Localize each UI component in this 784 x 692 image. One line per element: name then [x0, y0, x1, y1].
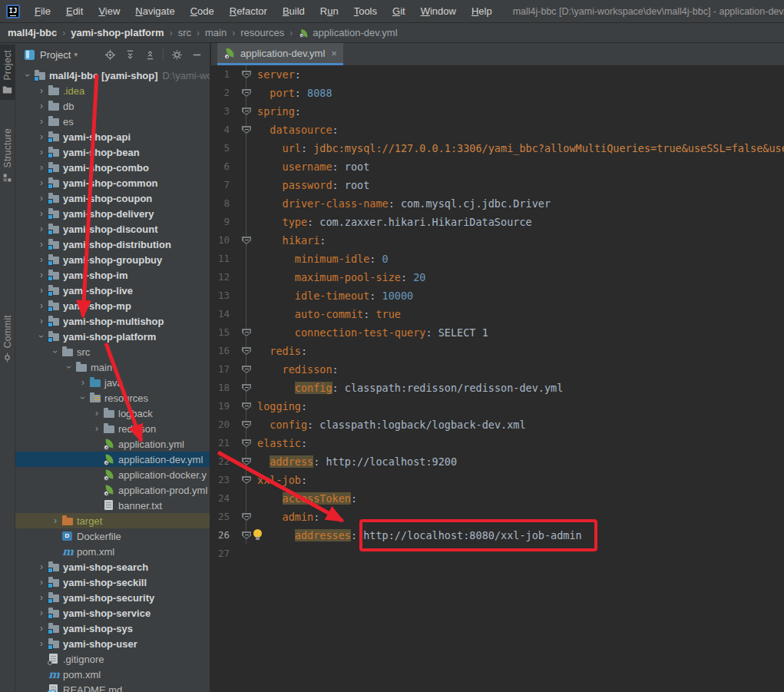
fold-marker-icon[interactable]: [242, 329, 251, 336]
chevron-expanded-icon[interactable]: ›: [61, 361, 77, 373]
fold-marker-icon[interactable]: [242, 421, 251, 429]
breadcrumb-item-application-dev.yml[interactable]: application-dev.yml: [298, 27, 397, 38]
tree-item-target[interactable]: ›target: [15, 513, 210, 528]
tree-item-.gitignore[interactable]: .gitignore: [15, 651, 210, 667]
tree-item-Dockerfile[interactable]: DDockerfile: [15, 528, 210, 544]
chevron-collapsed-icon[interactable]: ›: [35, 237, 48, 252]
chevron-collapsed-icon[interactable]: ›: [35, 175, 48, 190]
chevron-collapsed-icon[interactable]: ›: [35, 144, 48, 160]
breadcrumb-item-main[interactable]: main: [205, 27, 227, 38]
project-panel-title[interactable]: Project: [40, 49, 71, 61]
tree-item-yami-shop-multishop[interactable]: ›yami-shop-multishop: [15, 313, 210, 329]
fold-marker-icon[interactable]: [242, 384, 251, 392]
menu-item-build[interactable]: Build: [276, 2, 312, 20]
tree-item-yami-shop-combo[interactable]: ›yami-shop-combo: [15, 160, 210, 175]
tree-item-yami-shop-security[interactable]: ›yami-shop-security: [15, 590, 210, 605]
tree-item-yami-shop-distribution[interactable]: ›yami-shop-distribution: [15, 237, 210, 252]
fold-marker-icon[interactable]: [242, 531, 251, 539]
fold-marker-icon[interactable]: [242, 126, 251, 134]
locate-icon[interactable]: [101, 46, 118, 63]
fold-marker-icon[interactable]: [242, 476, 251, 484]
chevron-expanded-icon[interactable]: ›: [75, 392, 91, 404]
tree-item-main[interactable]: ›main: [15, 359, 210, 375]
chevron-expanded-icon[interactable]: ›: [20, 69, 35, 81]
fold-marker-icon[interactable]: [242, 513, 251, 521]
tree-item-application.yml[interactable]: application.yml: [15, 436, 210, 452]
tool-window-button-project[interactable]: Project: [0, 45, 15, 100]
menu-item-code[interactable]: Code: [184, 2, 221, 20]
chevron-collapsed-icon[interactable]: ›: [77, 375, 89, 390]
breadcrumb-item-yami-shop-platform[interactable]: yami-shop-platform: [71, 27, 164, 38]
menu-item-git[interactable]: Git: [385, 2, 412, 20]
menu-item-window[interactable]: Window: [414, 2, 463, 20]
settings-icon[interactable]: [168, 46, 185, 63]
close-icon[interactable]: ×: [331, 48, 337, 59]
chevron-collapsed-icon[interactable]: ›: [35, 206, 48, 221]
tree-item-yami-shop-search[interactable]: ›yami-shop-search: [15, 559, 210, 574]
tree-item-yami-shop-sys[interactable]: ›yami-shop-sys: [15, 621, 210, 636]
fold-marker-icon[interactable]: [242, 402, 251, 410]
tree-item-mall4j-bbc-yami-shop-[interactable]: ›mall4j-bbc [yami-shop]D:\yami-wo: [15, 68, 210, 83]
tree-item-db[interactable]: ›db: [15, 98, 210, 114]
chevron-collapsed-icon[interactable]: ›: [35, 574, 48, 590]
fold-marker-icon[interactable]: [242, 458, 251, 465]
tree-item-yami-shop-service[interactable]: ›yami-shop-service: [15, 605, 210, 621]
chevron-expanded-icon[interactable]: ›: [48, 346, 63, 358]
chevron-collapsed-icon[interactable]: ›: [91, 421, 103, 436]
tree-item-yami-shop-coupon[interactable]: ›yami-shop-coupon: [15, 190, 210, 206]
tree-item-yami-shop-api[interactable]: ›yami-shop-api: [15, 129, 210, 144]
tree-item-yami-shop-discount[interactable]: ›yami-shop-discount: [15, 221, 210, 237]
tree-item-yami-shop-seckill[interactable]: ›yami-shop-seckill: [15, 574, 210, 590]
chevron-collapsed-icon[interactable]: ›: [35, 252, 48, 267]
chevron-collapsed-icon[interactable]: ›: [35, 221, 48, 237]
tree-item-banner.txt[interactable]: banner.txt: [15, 498, 210, 513]
chevron-collapsed-icon[interactable]: ›: [35, 605, 48, 621]
chevron-collapsed-icon[interactable]: ›: [35, 129, 48, 144]
fold-marker-icon[interactable]: [242, 237, 251, 244]
fold-marker-icon[interactable]: [242, 89, 251, 97]
tree-item-pom.xml[interactable]: mpom.xml: [15, 544, 210, 559]
tree-item-resources[interactable]: ›resources: [15, 390, 210, 406]
tree-item-yami-shop-im[interactable]: ›yami-shop-im: [15, 267, 210, 283]
tree-item-README.md[interactable]: MDREADME.md: [15, 682, 210, 692]
menu-item-file[interactable]: File: [28, 2, 58, 20]
tool-window-button-commit[interactable]: Commit: [0, 310, 15, 368]
menu-item-edit[interactable]: Edit: [59, 2, 90, 20]
tree-item-yami-shop-mp[interactable]: ›yami-shop-mp: [15, 298, 210, 313]
tree-item-yami-shop-platform[interactable]: ›yami-shop-platform: [15, 329, 210, 344]
tree-item-yami-shop-groupbuy[interactable]: ›yami-shop-groupbuy: [15, 252, 210, 267]
tab-application-dev-yml[interactable]: application-dev.yml ×: [217, 43, 343, 65]
menu-item-tools[interactable]: Tools: [347, 2, 384, 20]
tree-item-redisson[interactable]: ›redisson: [15, 421, 210, 436]
fold-marker-icon[interactable]: [242, 439, 251, 447]
code-area[interactable]: 1server:2 port: 80883spring:4 datasource…: [211, 65, 784, 692]
chevron-collapsed-icon[interactable]: ›: [91, 406, 103, 421]
fold-marker-icon[interactable]: [242, 108, 251, 115]
hide-panel-icon[interactable]: [188, 46, 205, 63]
chevron-collapsed-icon[interactable]: ›: [35, 160, 48, 175]
fold-marker-icon[interactable]: [242, 366, 251, 373]
chevron-collapsed-icon[interactable]: ›: [35, 590, 48, 605]
fold-marker-icon[interactable]: [242, 71, 251, 78]
tree-item-.idea[interactable]: ›.idea: [15, 83, 210, 98]
tool-window-button-structure[interactable]: Structure: [0, 123, 15, 187]
collapse-all-icon[interactable]: [141, 46, 158, 63]
tree-item-logback[interactable]: ›logback: [15, 406, 210, 421]
tree-item-yami-shop-user[interactable]: ›yami-shop-user: [15, 636, 210, 651]
tree-item-yami-shop-common[interactable]: ›yami-shop-common: [15, 175, 210, 190]
chevron-collapsed-icon[interactable]: ›: [35, 636, 48, 651]
chevron-collapsed-icon[interactable]: ›: [35, 98, 48, 114]
breadcrumb-item-resources[interactable]: resources: [240, 27, 284, 38]
tree-item-yami-shop-live[interactable]: ›yami-shop-live: [15, 283, 210, 298]
breadcrumb-item-mall4j-bbc[interactable]: mall4j-bbc: [8, 27, 57, 38]
tree-item-java[interactable]: ›java: [15, 375, 210, 390]
tree-item-yami-shop-delivery[interactable]: ›yami-shop-delivery: [15, 206, 210, 221]
chevron-collapsed-icon[interactable]: ›: [35, 298, 48, 313]
tree-item-application-prod.yml[interactable]: application-prod.yml: [15, 482, 210, 498]
chevron-collapsed-icon[interactable]: ›: [35, 559, 48, 574]
expand-all-icon[interactable]: [121, 46, 138, 63]
tree-item-es[interactable]: ›es: [15, 114, 210, 129]
chevron-collapsed-icon[interactable]: ›: [35, 83, 48, 98]
chevron-collapsed-icon[interactable]: ›: [35, 267, 48, 283]
tree-item-application-docker.y[interactable]: application-docker.y: [15, 467, 210, 482]
